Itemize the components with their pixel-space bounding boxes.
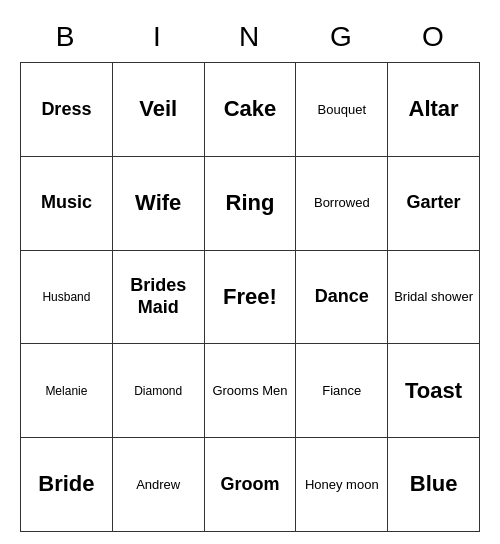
- header-letter-I: I: [112, 12, 204, 62]
- cell-r0-c4: Altar: [388, 63, 480, 157]
- cell-r4-c2: Groom: [205, 438, 297, 532]
- cell-r0-c0: Dress: [21, 63, 113, 157]
- cell-r1-c1: Wife: [113, 157, 205, 251]
- cell-r3-c0: Melanie: [21, 344, 113, 438]
- cell-r3-c4: Toast: [388, 344, 480, 438]
- cell-r0-c1: Veil: [113, 63, 205, 157]
- bingo-header: BINGO: [20, 12, 480, 62]
- cell-r3-c1: Diamond: [113, 344, 205, 438]
- cell-r3-c3: Fiance: [296, 344, 388, 438]
- cell-r1-c2: Ring: [205, 157, 297, 251]
- header-letter-B: B: [20, 12, 112, 62]
- cell-r0-c3: Bouquet: [296, 63, 388, 157]
- cell-r2-c3: Dance: [296, 251, 388, 345]
- cell-r4-c4: Blue: [388, 438, 480, 532]
- header-letter-O: O: [388, 12, 480, 62]
- cell-r2-c1: Brides Maid: [113, 251, 205, 345]
- cell-r2-c4: Bridal shower: [388, 251, 480, 345]
- cell-r1-c0: Music: [21, 157, 113, 251]
- cell-r4-c3: Honey moon: [296, 438, 388, 532]
- cell-r2-c2: Free!: [205, 251, 297, 345]
- cell-r4-c0: Bride: [21, 438, 113, 532]
- cell-r1-c3: Borrowed: [296, 157, 388, 251]
- cell-r4-c1: Andrew: [113, 438, 205, 532]
- cell-r0-c2: Cake: [205, 63, 297, 157]
- cell-r2-c0: Husband: [21, 251, 113, 345]
- header-letter-G: G: [296, 12, 388, 62]
- cell-r3-c2: Grooms Men: [205, 344, 297, 438]
- bingo-grid: DressVeilCakeBouquetAltarMusicWifeRingBo…: [20, 62, 480, 532]
- bingo-card: BINGO DressVeilCakeBouquetAltarMusicWife…: [20, 12, 480, 532]
- cell-r1-c4: Garter: [388, 157, 480, 251]
- header-letter-N: N: [204, 12, 296, 62]
